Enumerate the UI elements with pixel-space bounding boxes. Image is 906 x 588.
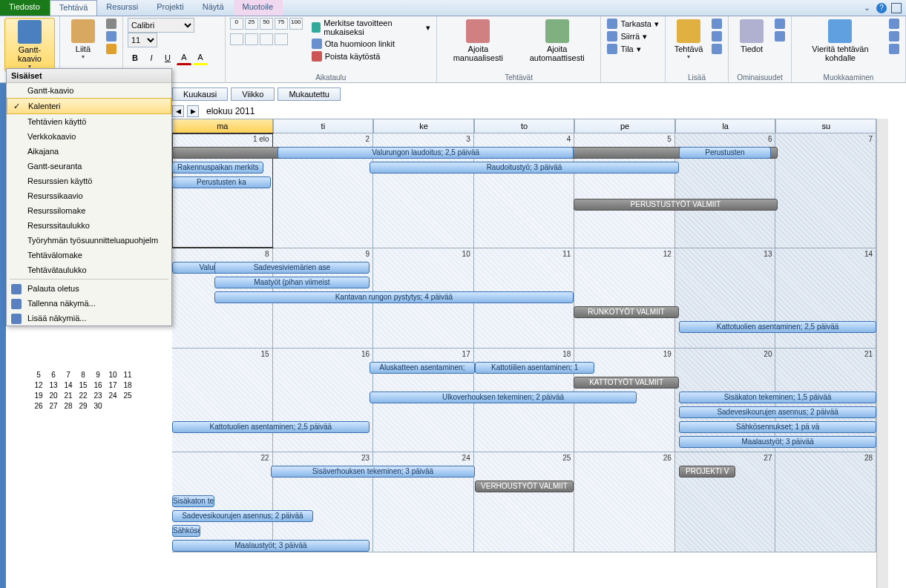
- menu-item-0[interactable]: Gantt-kaavio: [7, 83, 171, 98]
- minical-day[interactable]: [120, 400, 135, 411]
- mini-calendar[interactable]: 5678910111213141516171819202122232425262…: [31, 369, 135, 411]
- menu-item-9[interactable]: Resurssitaulukko: [7, 218, 171, 233]
- task-bar[interactable]: Raudoitustyö; 3 päivää: [370, 162, 680, 174]
- task-bar[interactable]: Sisäkaton tekeminen; 1,5 päivää: [679, 392, 876, 403]
- menu-item-2[interactable]: Tehtävien käyttö: [7, 114, 171, 129]
- minimize-ribbon-icon[interactable]: ⌄: [861, 3, 872, 13]
- timeline-button[interactable]: [773, 30, 787, 42]
- deliverable-button[interactable]: [710, 43, 723, 55]
- notes-button[interactable]: [773, 18, 787, 30]
- minical-day[interactable]: 27: [46, 400, 61, 411]
- menu-more-views[interactable]: Lisää näkymiä...: [7, 311, 171, 326]
- font-size-select[interactable]: 11: [128, 33, 157, 47]
- task-bar[interactable]: Sadevesikourujen asennus; 2 päivää: [172, 510, 313, 522]
- task-bar[interactable]: Sisäkaton tek: [172, 495, 214, 507]
- move-button[interactable]: Siirrä ▾: [605, 30, 660, 42]
- minical-day[interactable]: 29: [76, 400, 91, 411]
- day-cell[interactable]: 7: [775, 133, 876, 248]
- mode-button[interactable]: Tila ▾: [605, 43, 660, 55]
- view-custom-button[interactable]: Mukautettu: [278, 87, 340, 101]
- minical-day[interactable]: 9: [91, 369, 105, 380]
- paste-button[interactable]: Liitä ▾: [65, 18, 102, 62]
- menu-item-4[interactable]: Aikajana: [7, 144, 171, 159]
- task-insert-button[interactable]: Tehtävä▾: [670, 18, 707, 62]
- tab-resource[interactable]: Resurssi: [97, 0, 148, 16]
- inactivate-button[interactable]: Poista käytöstä: [310, 50, 432, 62]
- day-cell[interactable]: 12: [574, 248, 675, 348]
- minical-day[interactable]: 25: [120, 390, 135, 400]
- menu-item-1[interactable]: Kalenteri: [7, 98, 171, 114]
- font-color-button[interactable]: A: [177, 50, 191, 65]
- milestone-button[interactable]: [710, 30, 723, 42]
- minical-day[interactable]: 30: [91, 400, 105, 411]
- minical-day[interactable]: 8: [76, 369, 91, 380]
- gantt-chart-button[interactable]: Gantt-kaavio ▾: [4, 18, 55, 72]
- task-bar[interactable]: Sadevesiviemärien ase: [214, 262, 370, 274]
- minical-day[interactable]: 24: [105, 390, 120, 400]
- task-bar[interactable]: KATTOTYÖT VALMIIT: [574, 377, 679, 389]
- task-bar[interactable]: Kattotuolien asentaminen; 2,5 päivää: [172, 421, 370, 433]
- task-bar[interactable]: Sähkösennukset; 1 pä vä: [679, 421, 876, 433]
- minical-day[interactable]: 13: [46, 380, 61, 390]
- task-bar[interactable]: Perustusten: [679, 147, 770, 159]
- details-button[interactable]: Tiedot: [733, 18, 770, 55]
- menu-item-12[interactable]: Tehtävätaulukko: [7, 262, 171, 277]
- help-icon[interactable]: ?: [876, 3, 887, 13]
- find-button[interactable]: [887, 18, 901, 30]
- minical-day[interactable]: 14: [61, 380, 76, 390]
- minical-day[interactable]: 5: [31, 369, 46, 380]
- tab-file[interactable]: Tiedosto: [0, 0, 50, 16]
- schedule-manual-button[interactable]: Ajoita manuaalisesti: [441, 18, 515, 64]
- menu-item-8[interactable]: Resurssilomake: [7, 203, 171, 218]
- progress-75-button[interactable]: 75: [275, 18, 288, 30]
- minical-day[interactable]: 19: [31, 390, 46, 400]
- tab-project[interactable]: Projekti: [148, 0, 194, 16]
- task-bar[interactable]: Maatyöt (pihan viimeist: [214, 277, 370, 288]
- tab-task[interactable]: Tehtävä: [50, 0, 98, 16]
- respect-links-button[interactable]: Ota huomioon linkit: [310, 38, 432, 50]
- task-bar[interactable]: Aluskatteen asentaminen;: [370, 362, 475, 374]
- indent-button[interactable]: [245, 33, 258, 45]
- fill-button[interactable]: [887, 43, 901, 55]
- copy-button[interactable]: [105, 30, 118, 42]
- fill-color-button[interactable]: A: [193, 50, 208, 65]
- menu-item-7[interactable]: Resurssikaavio: [7, 188, 171, 203]
- minical-day[interactable]: 18: [120, 380, 135, 390]
- task-bar[interactable]: Sadevesikourujen asennus; 2 päivää: [679, 406, 876, 418]
- minical-day[interactable]: 28: [61, 400, 76, 411]
- task-bar[interactable]: VERHOUSTYÖT VALMIIT: [475, 480, 574, 492]
- task-bar[interactable]: Perustusten ka: [172, 176, 271, 188]
- tab-view[interactable]: Näytä: [194, 0, 234, 16]
- day-cell[interactable]: 15: [172, 348, 273, 452]
- task-bar[interactable]: Sisäverhouksen tekeminen; 3 päivää: [271, 466, 475, 478]
- font-name-select[interactable]: Calibri: [128, 18, 194, 33]
- tab-format[interactable]: Muotoile: [234, 0, 283, 16]
- menu-item-11[interactable]: Tehtävälomake: [7, 248, 171, 262]
- minical-day[interactable]: 11: [120, 369, 135, 380]
- next-month-button[interactable]: ▶: [187, 105, 199, 117]
- task-bar[interactable]: Ulkoverhouksen tekeminen; 2 päivää: [370, 392, 637, 403]
- progress-100-button[interactable]: 100: [289, 18, 303, 30]
- task-bar[interactable]: RUNKOTYÖT VALMIIT: [574, 306, 679, 318]
- menu-reset-default[interactable]: Palauta oletus: [7, 281, 171, 296]
- vertical-scrollbar[interactable]: [876, 119, 888, 588]
- minical-day[interactable]: 10: [105, 369, 120, 380]
- day-cell[interactable]: 28: [775, 452, 876, 552]
- day-cell[interactable]: 26: [574, 452, 675, 552]
- underline-button[interactable]: U: [160, 50, 175, 65]
- bold-button[interactable]: B: [128, 50, 142, 65]
- minical-day[interactable]: 12: [31, 380, 46, 390]
- minical-day[interactable]: 16: [91, 380, 105, 390]
- progress-25-button[interactable]: 25: [245, 18, 258, 30]
- format-painter-button[interactable]: [105, 43, 118, 55]
- task-bar[interactable]: Maalaustyöt; 3 päivää: [172, 540, 370, 552]
- minical-day[interactable]: 15: [76, 380, 91, 390]
- task-bar[interactable]: Kantavan rungon pystytys; 4 päivää: [214, 291, 574, 303]
- progress-0-button[interactable]: 0: [230, 18, 243, 30]
- view-month-button[interactable]: Kuukausi: [172, 87, 228, 101]
- link-button[interactable]: [260, 33, 273, 45]
- task-bar[interactable]: PERUSTUSTYÖT VALMIIT: [574, 199, 778, 211]
- task-bar[interactable]: Valurungon laudoitus; 2,5 päivää: [278, 147, 574, 159]
- minical-day[interactable]: 21: [61, 390, 76, 400]
- view-week-button[interactable]: Viikko: [231, 87, 275, 101]
